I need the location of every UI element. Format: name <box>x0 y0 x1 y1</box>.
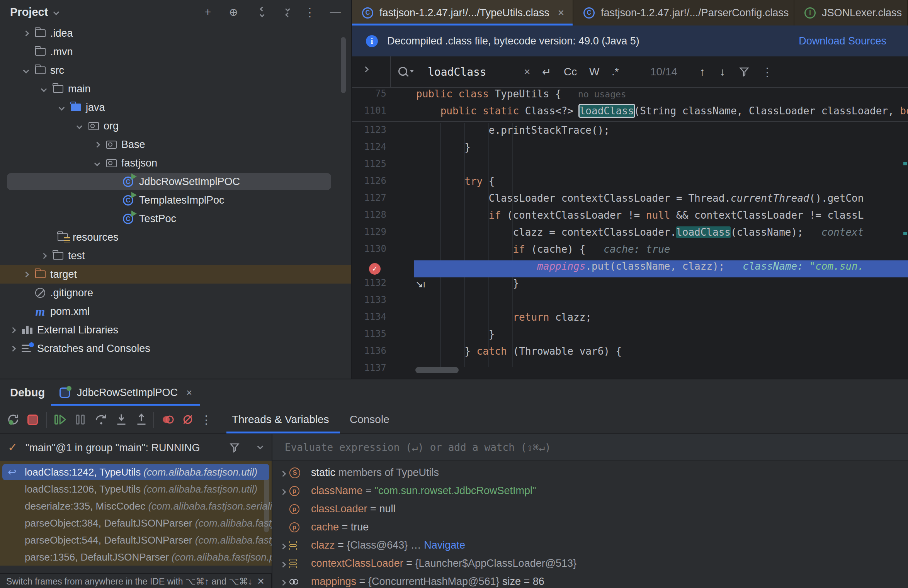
tree-item-jdbcrowsetimplpoc[interactable]: CJdbcRowSetImplPOC <box>0 172 351 191</box>
code-line-1130[interactable]: 1130 if (cache) { cache: true <box>352 243 908 260</box>
frame-item[interactable]: parseObject:544, DefaultJSONParser (com.… <box>0 532 272 549</box>
evaluate-expression-input[interactable]: Evaluate expression (↵) or add a watch (… <box>272 434 908 461</box>
tree-item-org[interactable]: org <box>0 117 351 135</box>
tree-item-pom-xml[interactable]: mpom.xml <box>0 302 351 321</box>
locate-icon[interactable]: ⊕ <box>228 6 239 19</box>
code-line-1101[interactable]: 1101 public static Class<?> loadClass(St… <box>352 105 908 122</box>
search-stripe-mark[interactable] <box>903 232 907 235</box>
tree-item-test[interactable]: test <box>0 246 351 265</box>
more-icon[interactable]: ⋮ <box>199 412 214 427</box>
code-line-1132[interactable]: 1132 } <box>352 277 908 294</box>
chevron-down-icon[interactable] <box>53 9 60 15</box>
code-line-1125[interactable]: 1125 <box>352 158 908 175</box>
variable-row[interactable]: pclassName = "com.sun.rowset.JdbcRowSetI… <box>272 482 908 500</box>
tree-item-resources[interactable]: resources <box>0 228 351 246</box>
tree-item-target[interactable]: target <box>0 265 351 284</box>
whole-words-button[interactable]: W <box>589 56 599 87</box>
variable-row[interactable]: clazz = {Class@643} … Navigate <box>272 536 908 554</box>
tree-item--gitignore[interactable]: .gitignore <box>0 284 351 302</box>
match-case-button[interactable]: Cc <box>564 56 577 87</box>
newline-icon[interactable]: ↵ <box>542 56 551 87</box>
frame-item[interactable]: parseObject:384, DefaultJSONParser (com.… <box>0 515 272 532</box>
tree-item-src[interactable]: src <box>0 61 351 80</box>
pause-icon[interactable] <box>73 412 88 427</box>
code-line-1135[interactable]: 1135 } <box>352 328 908 345</box>
project-panel-title[interactable]: Project <box>10 6 48 19</box>
close-icon[interactable]: × <box>558 7 564 19</box>
gutter-chevron-icon[interactable] <box>363 66 369 73</box>
rerun-debug-icon[interactable] <box>5 412 21 427</box>
tree-item-main[interactable]: main <box>0 80 351 98</box>
hide-icon[interactable]: — <box>330 6 341 18</box>
frame-item[interactable]: loadClass:1206, TypeUtils (com.alibaba.f… <box>0 481 272 498</box>
tree-item-fastjson[interactable]: fastjson <box>0 154 351 172</box>
step-over-icon[interactable] <box>94 412 109 427</box>
thread-status-row[interactable]: ✓ "main"@1 in group "main": RUNNING <box>0 434 272 461</box>
code-line-75[interactable]: 75public class TypeUtils { no usages <box>352 88 908 105</box>
mute-breakpoints-icon[interactable] <box>180 412 196 427</box>
resume-icon[interactable] <box>53 412 68 427</box>
editor-tab[interactable]: IJSONLexer.class <box>794 0 908 25</box>
chevron-right-icon[interactable] <box>272 467 289 479</box>
debug-session-tab[interactable]: JdbcRowSetImplPOC × <box>51 379 200 406</box>
plus-icon[interactable]: + <box>202 6 214 18</box>
clear-search-icon[interactable]: × <box>524 56 530 87</box>
collapse-all-icon[interactable] <box>279 7 290 17</box>
step-out-icon[interactable] <box>134 412 149 427</box>
tree-item--idea[interactable]: .idea <box>0 24 351 42</box>
code-line-1128[interactable]: 1128 if (contextClassLoader != null && c… <box>352 209 908 226</box>
chevron-right-icon[interactable] <box>272 576 289 588</box>
frame-item[interactable]: ↩loadClass:1242, TypeUtils (com.alibaba.… <box>0 464 272 481</box>
variable-row[interactable]: contextClassLoader = {Launcher$AppClassL… <box>272 554 908 573</box>
variable-row[interactable]: pcache = true <box>272 518 908 536</box>
code-line-1133[interactable]: 1133 <box>352 294 908 311</box>
view-breakpoints-icon[interactable] <box>160 412 175 427</box>
tree-item-scratches-and-consoles[interactable]: Scratches and Consoles <box>0 339 351 358</box>
chevron-right-icon[interactable] <box>272 557 289 569</box>
horizontal-scrollbar[interactable] <box>415 367 459 373</box>
chevron-right-icon[interactable] <box>272 485 289 497</box>
prev-match-icon[interactable]: ↑ <box>700 56 705 87</box>
tree-item-templatesimplpoc[interactable]: CTemplatesImplPoc <box>0 191 351 209</box>
next-match-icon[interactable]: ↓ <box>720 56 725 87</box>
search-icon[interactable] <box>398 56 409 87</box>
breakpoint-icon[interactable]: ✓ <box>369 263 381 275</box>
filter-icon[interactable] <box>229 442 240 455</box>
tree-item-base[interactable]: Base <box>0 135 351 154</box>
editor-tab[interactable]: Cfastjson-1.2.47.jar!/.../TypeUtils.clas… <box>352 0 573 25</box>
tree-item-external-libraries[interactable]: External Libraries <box>0 321 351 339</box>
chevron-down-icon[interactable] <box>257 444 264 450</box>
code-line-1123[interactable]: 1123 e.printStackTrace(); <box>352 124 908 141</box>
variable-row[interactable]: Sstatic members of TypeUtils <box>272 464 908 482</box>
more-icon[interactable]: ⋮ <box>762 56 773 87</box>
frame-item[interactable]: parse:1356, DefaultJSONParser (com.aliba… <box>0 549 272 566</box>
expand-all-icon[interactable] <box>253 7 265 17</box>
code-line-1126[interactable]: 1126 try { <box>352 175 908 192</box>
variable-row[interactable]: pclassLoader = null <box>272 500 908 518</box>
filter-icon[interactable] <box>738 56 750 87</box>
frame-item[interactable]: deserialze:335, MiscCodec (com.alibaba.f… <box>0 498 272 515</box>
variable-row[interactable]: mappings = {ConcurrentHashMap@561} size … <box>272 573 908 588</box>
chevron-right-icon[interactable] <box>272 539 289 551</box>
download-sources-link[interactable]: Download Sources <box>799 35 886 47</box>
debug-panel-title[interactable]: Debug <box>10 379 45 406</box>
tree-item-testpoc[interactable]: CTestPoc <box>0 209 351 228</box>
stop-icon[interactable] <box>25 412 40 427</box>
close-icon[interactable]: ✕ <box>257 576 265 587</box>
project-tree-scrollbar[interactable] <box>341 37 346 93</box>
code-line-1131[interactable]: ✓ mappings.put(className, clazz); classN… <box>352 260 908 277</box>
regex-button[interactable]: .* <box>612 56 619 87</box>
editor-tab[interactable]: Cfastjson-1.2.47.jar!/.../ParserConfig.c… <box>573 0 794 25</box>
tree-item--mvn[interactable]: .mvn <box>0 42 351 61</box>
more-icon[interactable]: ⋮ <box>304 5 316 19</box>
code-line-1127[interactable]: 1127 ClassLoader contextClassLoader = Th… <box>352 192 908 209</box>
code-line-1134[interactable]: 1134 return clazz; <box>352 311 908 328</box>
tree-item-java[interactable]: java <box>0 98 351 117</box>
code-line-1129[interactable]: 1129 clazz = contextClassLoader.loadClas… <box>352 226 908 243</box>
code-line-1124[interactable]: 1124 } <box>352 141 908 158</box>
search-stripe-mark[interactable] <box>903 162 907 165</box>
code-editor[interactable]: 1123 e.printStackTrace();1124 }11251126 … <box>352 123 908 379</box>
search-input[interactable]: loadClass <box>428 56 486 87</box>
tab-threads-variables[interactable]: Threads & Variables <box>232 406 329 433</box>
close-icon[interactable]: × <box>186 387 192 399</box>
